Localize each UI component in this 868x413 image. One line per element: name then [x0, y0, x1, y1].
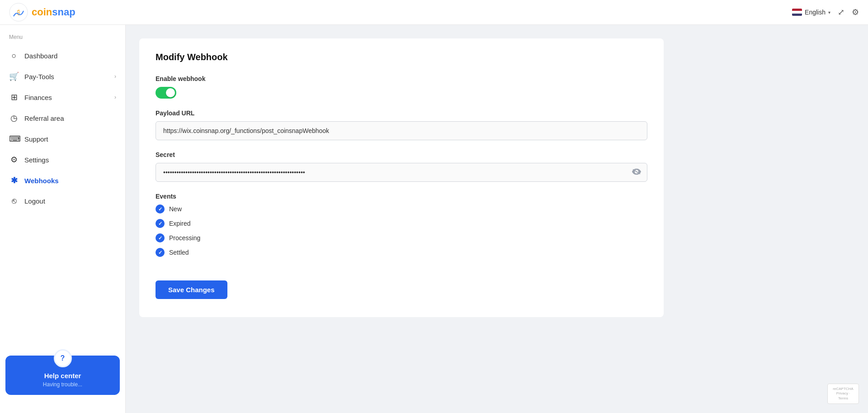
sidebar-item-label: Logout	[24, 197, 45, 205]
secret-input-wrapper	[156, 163, 647, 182]
event-item-processing: Processing	[156, 233, 647, 242]
sidebar-item-label: Support	[24, 135, 48, 143]
payload-url-input[interactable]	[156, 121, 647, 140]
help-center-title: Help center	[13, 372, 113, 380]
help-center-card[interactable]: ? Help center Having trouble...	[5, 356, 120, 395]
main-content: Modify Webhook Enable webhook Payload UR…	[126, 25, 868, 413]
dashboard-icon: ○	[9, 51, 19, 61]
help-center-subtitle: Having trouble...	[13, 381, 113, 388]
secret-section: Secret	[156, 151, 647, 182]
event-label-new: New	[169, 205, 182, 213]
sidebar-item-label: Dashboard	[24, 52, 57, 60]
sidebar-bottom: ? Help center Having trouble...	[0, 356, 125, 404]
settings-icon[interactable]: ⚙	[852, 7, 859, 17]
support-icon: ⌨	[9, 134, 19, 144]
secret-label: Secret	[156, 151, 647, 158]
webhooks-icon: ✱	[9, 176, 19, 185]
help-icon: ?	[61, 354, 65, 362]
event-item-expired: Expired	[156, 219, 647, 228]
sidebar-item-label: Referral area	[24, 114, 64, 122]
sidebar-item-label: Pay-Tools	[24, 73, 54, 81]
layout: Menu ○ Dashboard 🛒 Pay-Tools › ⊞ Finance…	[0, 25, 868, 413]
chevron-right-icon: ›	[114, 94, 116, 100]
enable-webhook-toggle[interactable]	[156, 87, 176, 99]
language-label: English	[805, 9, 826, 16]
language-selector[interactable]: English ▾	[792, 9, 830, 16]
chevron-down-icon: ▾	[828, 10, 830, 15]
events-list: New Expired Processing Settled	[156, 204, 647, 257]
sidebar-item-referral[interactable]: ◷ Referral area	[0, 108, 125, 128]
events-section: Events New Expired Processing	[156, 193, 647, 257]
event-item-settled: Settled	[156, 248, 647, 257]
logo-icon: ₿	[9, 3, 28, 22]
payload-url-label: Payload URL	[156, 109, 647, 117]
expand-icon[interactable]: ⤢	[838, 7, 844, 17]
chevron-right-icon: ›	[114, 73, 116, 80]
sidebar: Menu ○ Dashboard 🛒 Pay-Tools › ⊞ Finance…	[0, 25, 126, 413]
sidebar-item-finances[interactable]: ⊞ Finances ›	[0, 87, 125, 108]
menu-label: Menu	[0, 34, 125, 46]
help-center-bubble: ?	[54, 349, 72, 367]
topbar: ₿ coinsnap English ▾ ⤢ ⚙	[0, 0, 868, 25]
logo-area: ₿ coinsnap	[0, 3, 126, 22]
event-label-expired: Expired	[169, 220, 190, 227]
logo-text: coinsnap	[32, 6, 75, 18]
flag-icon	[792, 9, 802, 16]
events-label: Events	[156, 193, 647, 200]
webhook-card: Modify Webhook Enable webhook Payload UR…	[139, 38, 664, 317]
pay-tools-icon: 🛒	[9, 71, 19, 81]
sidebar-top: Menu ○ Dashboard 🛒 Pay-Tools › ⊞ Finance…	[0, 34, 125, 211]
sidebar-item-settings[interactable]: ⚙ Settings	[0, 149, 125, 170]
event-label-settled: Settled	[169, 249, 189, 256]
sidebar-item-support[interactable]: ⌨ Support	[0, 128, 125, 149]
finances-icon: ⊞	[9, 92, 19, 102]
topbar-right: English ▾ ⤢ ⚙	[792, 7, 859, 17]
check-icon-processing	[156, 233, 165, 242]
sidebar-item-webhooks[interactable]: ✱ Webhooks	[0, 170, 125, 191]
secret-input[interactable]	[156, 163, 647, 182]
sidebar-item-label: Settings	[24, 156, 49, 164]
referral-icon: ◷	[9, 113, 19, 123]
page-title: Modify Webhook	[156, 52, 647, 62]
event-label-processing: Processing	[169, 234, 200, 242]
check-icon-settled	[156, 248, 165, 257]
enable-webhook-section: Enable webhook	[156, 75, 647, 99]
enable-webhook-label: Enable webhook	[156, 75, 647, 82]
sidebar-item-logout[interactable]: ⎋ Logout	[0, 191, 125, 211]
eye-icon[interactable]	[632, 168, 641, 177]
sidebar-item-label: Webhooks	[24, 177, 59, 185]
settings-nav-icon: ⚙	[9, 155, 19, 165]
payload-url-section: Payload URL	[156, 109, 647, 140]
recaptcha-text: reCAPTCHAPrivacy · Terms	[832, 387, 854, 401]
check-icon-expired	[156, 219, 165, 228]
toggle-slider	[156, 87, 176, 99]
sidebar-item-dashboard[interactable]: ○ Dashboard	[0, 46, 125, 66]
sidebar-item-label: Finances	[24, 94, 52, 101]
logout-icon: ⎋	[9, 196, 19, 206]
save-changes-button[interactable]: Save Changes	[156, 280, 227, 299]
check-icon-new	[156, 204, 165, 214]
sidebar-item-pay-tools[interactable]: 🛒 Pay-Tools ›	[0, 66, 125, 87]
recaptcha-badge: reCAPTCHAPrivacy · Terms	[827, 384, 859, 404]
event-item-new: New	[156, 204, 647, 214]
toggle-wrapper	[156, 87, 647, 99]
